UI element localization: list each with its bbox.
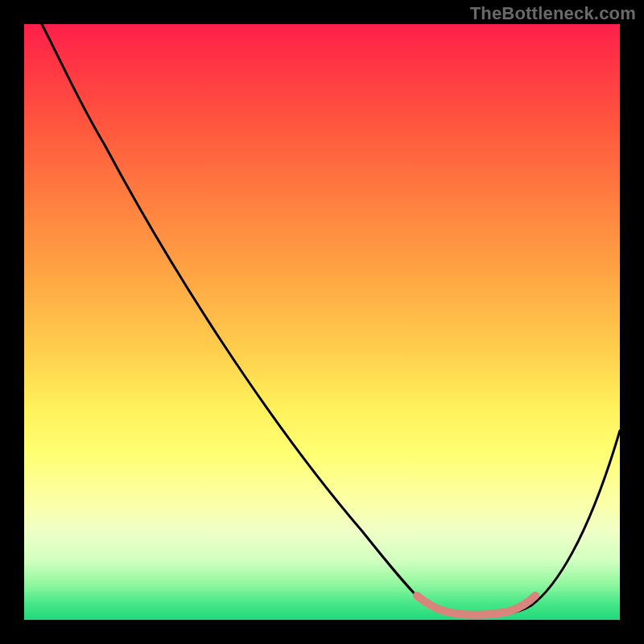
watermark-text: TheBottleneck.com: [470, 3, 636, 24]
plot-area: [24, 24, 620, 620]
curve-layer: [24, 24, 620, 620]
chart-canvas: TheBottleneck.com: [0, 0, 644, 644]
bottleneck-curve: [42, 24, 620, 616]
optimal-flat-region: [417, 596, 535, 615]
